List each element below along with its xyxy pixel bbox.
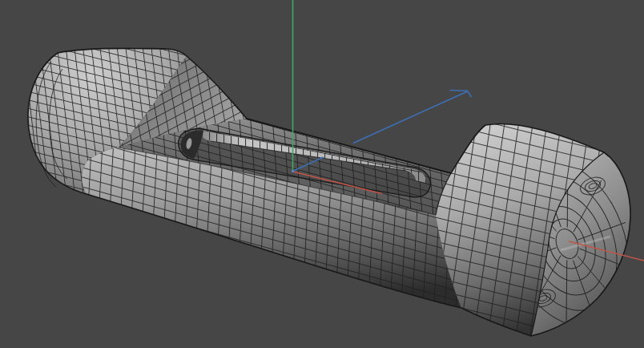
viewport-canvas[interactable] <box>0 0 644 348</box>
axis-origin-dot <box>292 170 294 172</box>
viewport-3d[interactable] <box>0 0 644 348</box>
